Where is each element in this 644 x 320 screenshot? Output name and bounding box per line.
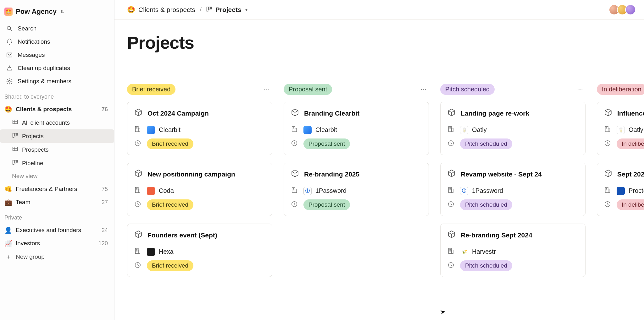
- content-area: Projects ⋯ Brief received⋯Oct 2024 Campa…: [114, 20, 644, 320]
- board-card[interactable]: Oct 2024 CampaignClearbitBrief received: [127, 102, 272, 155]
- column-status-tag[interactable]: In deliberation: [597, 84, 644, 95]
- board-card[interactable]: Influence campaign🥛OatlyIn deliberation: [597, 102, 644, 155]
- nav-search[interactable]: Search: [2, 22, 112, 35]
- svg-rect-61: [449, 248, 452, 254]
- gear-icon: [6, 78, 13, 85]
- column-more-button[interactable]: ⋯: [261, 84, 272, 94]
- page-more-button[interactable]: ⋯: [200, 39, 206, 46]
- board-card[interactable]: Re-branding 2025ⓘ1PasswordProposal sent: [284, 163, 429, 216]
- svg-rect-73: [605, 187, 608, 193]
- subview-projects-label: Projects: [22, 133, 44, 140]
- svg-rect-68: [608, 128, 610, 132]
- board-card[interactable]: Re-branding Sept 2024🌾HarvestrPitch sche…: [440, 224, 586, 277]
- column-status-tag[interactable]: Brief received: [127, 84, 175, 95]
- board-column-pitch: Pitch scheduled⋯Landing page re-work🥛Oat…: [440, 84, 586, 295]
- status-chip: Brief received: [147, 260, 193, 271]
- svg-rect-19: [136, 127, 138, 132]
- status-chip: Pitch scheduled: [460, 199, 512, 210]
- building-icon: [291, 187, 298, 195]
- board-card[interactable]: Founders event (Sept)HexaBrief received: [127, 224, 272, 277]
- subview-all-accounts-label: All client accounts: [22, 119, 70, 126]
- group-freelancers-emoji: 👊: [4, 185, 12, 193]
- svg-rect-18: [210, 7, 211, 9]
- column-header: Brief received⋯: [127, 84, 272, 95]
- board-icon: [12, 132, 18, 140]
- company-name: Coda: [159, 187, 174, 194]
- column-more-button[interactable]: ⋯: [418, 84, 429, 94]
- board-column-brief: Brief received⋯Oct 2024 CampaignClearbit…: [127, 84, 272, 295]
- avatar: [625, 4, 636, 15]
- company-name: Procter & Gamble: [629, 187, 644, 194]
- group-executives-emoji: 👤: [4, 226, 12, 234]
- company-name: Hexa: [159, 248, 174, 255]
- company-name: Clearbit: [159, 126, 180, 133]
- svg-rect-38: [295, 128, 297, 132]
- company-logo: [617, 187, 625, 195]
- subview-pipeline[interactable]: Pipeline: [0, 156, 114, 170]
- clock-icon: [134, 201, 141, 209]
- card-title: Oct 2024 Campaign: [147, 110, 209, 117]
- breadcrumb-clients-label: Clients & prospects: [138, 6, 195, 14]
- breadcrumb-separator: /: [200, 6, 202, 14]
- board-card[interactable]: Branding ClearbitClearbitProposal sent: [284, 102, 429, 155]
- column-status-tag[interactable]: Proposal sent: [284, 84, 332, 95]
- building-icon: [604, 126, 611, 134]
- cube-icon: [447, 108, 456, 118]
- nav-notifications[interactable]: Notifications: [2, 35, 112, 48]
- nav-cleanup[interactable]: Clean up duplicates: [2, 62, 112, 75]
- table-icon: [12, 119, 18, 127]
- cube-icon: [604, 169, 612, 179]
- group-clients-count: 76: [102, 106, 110, 113]
- presence-avatars[interactable]: [611, 4, 636, 15]
- column-header: Proposal sent⋯: [284, 84, 429, 95]
- nav-messages[interactable]: Messages: [2, 48, 112, 62]
- subview-prospects[interactable]: Prospects: [0, 143, 114, 156]
- cube-icon: [291, 169, 299, 179]
- card-title: Re-branding 2025: [304, 171, 359, 178]
- nav-settings-label: Settings & members: [18, 78, 71, 85]
- new-view-button[interactable]: New view: [0, 170, 114, 182]
- board-card[interactable]: Revamp website - Sept 24ⓘ1PasswordPitch …: [440, 163, 586, 216]
- cube-icon: [134, 169, 142, 179]
- column-status-tag[interactable]: Pitch scheduled: [440, 84, 495, 95]
- svg-rect-43: [292, 187, 295, 193]
- column-header: In deliberation⋯: [597, 84, 644, 95]
- board-card[interactable]: New positionning campaignCodaBrief recei…: [127, 163, 272, 216]
- svg-rect-67: [605, 127, 608, 132]
- cube-icon: [134, 230, 142, 240]
- status-chip: Proposal sent: [303, 138, 350, 149]
- company-logo: [303, 126, 312, 134]
- breadcrumb-clients[interactable]: 🤩 Clients & prospects: [127, 6, 195, 14]
- board-card[interactable]: Sept 2024 CampaignProcter & GambleIn del…: [597, 163, 644, 216]
- cube-icon: [134, 108, 142, 118]
- column-more-button[interactable]: ⋯: [575, 84, 586, 94]
- clock-icon: [291, 201, 298, 209]
- board-icon: [206, 6, 212, 14]
- subview-projects[interactable]: Projects: [0, 129, 114, 143]
- nav-notifications-label: Notifications: [18, 38, 50, 45]
- breadcrumb-projects[interactable]: Projects ▾: [206, 6, 247, 14]
- board-card[interactable]: Landing page re-work🥛OatlyPitch schedule…: [440, 102, 586, 155]
- group-team[interactable]: 💼 Team 27: [0, 196, 114, 209]
- workspace-switcher[interactable]: 🤩 Pow Agency ⇅: [0, 4, 114, 22]
- new-group-button[interactable]: ＋ New group: [0, 250, 114, 264]
- svg-rect-56: [452, 189, 453, 193]
- workspace-name: Pow Agency: [16, 8, 57, 16]
- group-clients[interactable]: 🤩 Clients & prospects 76: [0, 103, 114, 116]
- group-executives[interactable]: 👤 Executives and founders 24: [0, 224, 114, 237]
- company-name: Oatly: [629, 126, 643, 133]
- chevron-down-icon: ▾: [245, 7, 247, 12]
- subview-all-accounts[interactable]: All client accounts: [0, 116, 114, 129]
- plus-icon: ＋: [4, 253, 12, 261]
- group-investors[interactable]: 📈 Investors 120: [0, 237, 114, 250]
- group-freelancers[interactable]: 👊 Freelancers & Partners 75: [0, 182, 114, 196]
- group-investors-emoji: 📈: [4, 240, 12, 247]
- nav-settings[interactable]: Settings & members: [2, 75, 112, 88]
- svg-point-0: [7, 26, 11, 30]
- group-team-emoji: 💼: [4, 198, 12, 206]
- group-investors-label: Investors: [16, 240, 40, 247]
- clock-icon: [604, 140, 611, 148]
- main: 🤩 Clients & prospects / Projects ▾: [114, 0, 644, 320]
- breadcrumb-projects-label: Projects: [215, 6, 242, 14]
- company-logo: 🥛: [460, 126, 468, 134]
